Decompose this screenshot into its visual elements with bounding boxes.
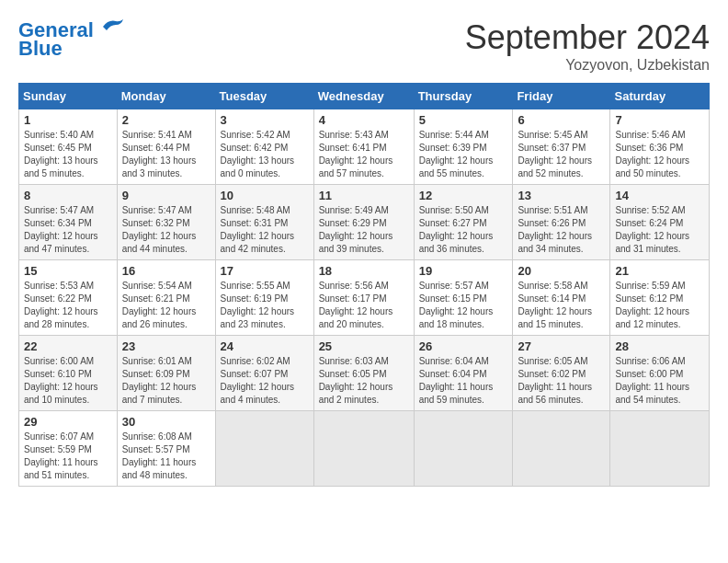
day-detail: Sunrise: 5:40 AMSunset: 6:45 PMDaylight:… (24, 130, 98, 178)
day-number: 26 (419, 339, 508, 353)
day-detail: Sunrise: 5:50 AMSunset: 6:27 PMDaylight:… (419, 205, 494, 254)
location-text: Yozyovon, Uzbekistan (465, 57, 710, 74)
calendar-header-row: Sunday Monday Tuesday Wednesday Thursday… (19, 84, 710, 109)
day-detail: Sunrise: 6:01 AMSunset: 6:09 PMDaylight:… (122, 356, 197, 405)
day-detail: Sunrise: 5:44 AMSunset: 6:39 PMDaylight:… (419, 130, 494, 178)
day-number: 5 (419, 113, 508, 127)
calendar-cell: 9 Sunrise: 5:47 AMSunset: 6:32 PMDayligh… (117, 185, 215, 260)
day-number: 7 (615, 113, 704, 127)
day-detail: Sunrise: 6:00 AMSunset: 6:10 PMDaylight:… (24, 356, 98, 405)
day-number: 22 (24, 339, 112, 353)
week-row-3: 15 Sunrise: 5:53 AMSunset: 6:22 PMDaylig… (19, 260, 710, 336)
calendar-cell: 7 Sunrise: 5:46 AMSunset: 6:36 PMDayligh… (610, 109, 710, 185)
day-detail: Sunrise: 5:56 AMSunset: 6:17 PMDaylight:… (319, 281, 393, 329)
header-thursday: Thursday (414, 84, 513, 109)
title-section: September 2024 Yozyovon, Uzbekistan (465, 18, 710, 74)
day-number: 4 (319, 113, 409, 127)
day-detail: Sunrise: 5:49 AMSunset: 6:29 PMDaylight:… (319, 205, 393, 254)
day-number: 15 (24, 264, 112, 278)
day-number: 30 (122, 415, 210, 429)
calendar-table: Sunday Monday Tuesday Wednesday Thursday… (18, 83, 710, 487)
calendar-cell: 19 Sunrise: 5:57 AMSunset: 6:15 PMDaylig… (414, 260, 513, 336)
day-number: 9 (122, 189, 210, 202)
day-detail: Sunrise: 5:41 AMSunset: 6:44 PMDaylight:… (122, 130, 197, 178)
calendar-cell: 8 Sunrise: 5:47 AMSunset: 6:34 PMDayligh… (19, 185, 118, 260)
calendar-cell: 24 Sunrise: 6:02 AMSunset: 6:07 PMDaylig… (215, 336, 313, 411)
calendar-cell: 28 Sunrise: 6:06 AMSunset: 6:00 PMDaylig… (610, 336, 710, 411)
week-row-4: 22 Sunrise: 6:00 AMSunset: 6:10 PMDaylig… (19, 336, 710, 411)
day-number: 19 (419, 264, 508, 278)
calendar-cell: 17 Sunrise: 5:55 AMSunset: 6:19 PMDaylig… (215, 260, 313, 336)
calendar-cell: 29 Sunrise: 6:07 AMSunset: 5:59 PMDaylig… (19, 411, 118, 487)
week-row-1: 1 Sunrise: 5:40 AMSunset: 6:45 PMDayligh… (19, 109, 710, 185)
calendar-cell: 16 Sunrise: 5:54 AMSunset: 6:21 PMDaylig… (117, 260, 215, 336)
calendar-cell: 23 Sunrise: 6:01 AMSunset: 6:09 PMDaylig… (117, 336, 215, 411)
calendar-cell: 6 Sunrise: 5:45 AMSunset: 6:37 PMDayligh… (513, 109, 610, 185)
day-number: 12 (419, 189, 508, 202)
calendar-cell: 14 Sunrise: 5:52 AMSunset: 6:24 PMDaylig… (610, 185, 710, 260)
calendar-cell: 15 Sunrise: 5:53 AMSunset: 6:22 PMDaylig… (19, 260, 118, 336)
day-number: 10 (221, 189, 309, 202)
day-number: 20 (518, 264, 605, 278)
page-header: General Blue September 2024 Yozyovon, Uz… (18, 18, 710, 74)
day-detail: Sunrise: 5:55 AMSunset: 6:19 PMDaylight:… (221, 281, 295, 329)
day-number: 28 (615, 339, 704, 353)
header-tuesday: Tuesday (215, 84, 313, 109)
day-detail: Sunrise: 6:06 AMSunset: 6:00 PMDaylight:… (615, 356, 689, 405)
day-number: 3 (221, 113, 309, 127)
calendar-cell: 3 Sunrise: 5:42 AMSunset: 6:42 PMDayligh… (215, 109, 313, 185)
calendar-cell: 20 Sunrise: 5:58 AMSunset: 6:14 PMDaylig… (513, 260, 610, 336)
day-detail: Sunrise: 6:04 AMSunset: 6:04 PMDaylight:… (419, 356, 494, 405)
week-row-5: 29 Sunrise: 6:07 AMSunset: 5:59 PMDaylig… (19, 411, 710, 487)
header-friday: Friday (513, 84, 610, 109)
calendar-cell: 4 Sunrise: 5:43 AMSunset: 6:41 PMDayligh… (313, 109, 414, 185)
day-detail: Sunrise: 6:05 AMSunset: 6:02 PMDaylight:… (518, 356, 592, 405)
day-detail: Sunrise: 6:03 AMSunset: 6:05 PMDaylight:… (319, 356, 393, 405)
day-detail: Sunrise: 5:51 AMSunset: 6:26 PMDaylight:… (518, 205, 592, 254)
header-saturday: Saturday (610, 84, 710, 109)
calendar-cell: 13 Sunrise: 5:51 AMSunset: 6:26 PMDaylig… (513, 185, 610, 260)
day-number: 13 (518, 189, 605, 202)
calendar-cell: 22 Sunrise: 6:00 AMSunset: 6:10 PMDaylig… (19, 336, 118, 411)
day-detail: Sunrise: 5:47 AMSunset: 6:34 PMDaylight:… (24, 205, 98, 254)
day-detail: Sunrise: 5:58 AMSunset: 6:14 PMDaylight:… (518, 281, 592, 329)
calendar-cell: 25 Sunrise: 6:03 AMSunset: 6:05 PMDaylig… (313, 336, 414, 411)
calendar-cell: 30 Sunrise: 6:08 AMSunset: 5:57 PMDaylig… (117, 411, 215, 487)
day-detail: Sunrise: 5:53 AMSunset: 6:22 PMDaylight:… (24, 281, 98, 329)
day-detail: Sunrise: 5:45 AMSunset: 6:37 PMDaylight:… (518, 130, 592, 178)
day-number: 23 (122, 339, 210, 353)
day-number: 16 (122, 264, 210, 278)
logo-text-blue: Blue (18, 37, 63, 61)
month-title: September 2024 (465, 18, 710, 57)
day-detail: Sunrise: 5:48 AMSunset: 6:31 PMDaylight:… (221, 205, 295, 254)
day-detail: Sunrise: 5:43 AMSunset: 6:41 PMDaylight:… (319, 130, 393, 178)
day-detail: Sunrise: 5:47 AMSunset: 6:32 PMDaylight:… (122, 205, 197, 254)
calendar-cell: 18 Sunrise: 5:56 AMSunset: 6:17 PMDaylig… (313, 260, 414, 336)
day-number: 25 (319, 339, 409, 353)
calendar-cell: 10 Sunrise: 5:48 AMSunset: 6:31 PMDaylig… (215, 185, 313, 260)
calendar-cell: 27 Sunrise: 6:05 AMSunset: 6:02 PMDaylig… (513, 336, 610, 411)
day-number: 18 (319, 264, 409, 278)
day-detail: Sunrise: 5:54 AMSunset: 6:21 PMDaylight:… (122, 281, 197, 329)
day-number: 24 (221, 339, 309, 353)
calendar-cell: 2 Sunrise: 5:41 AMSunset: 6:44 PMDayligh… (117, 109, 215, 185)
calendar-cell (414, 411, 513, 487)
day-number: 27 (518, 339, 605, 353)
day-detail: Sunrise: 5:42 AMSunset: 6:42 PMDaylight:… (221, 130, 295, 178)
calendar-cell (610, 411, 710, 487)
day-detail: Sunrise: 5:52 AMSunset: 6:24 PMDaylight:… (615, 205, 689, 254)
header-sunday: Sunday (19, 84, 118, 109)
day-detail: Sunrise: 5:46 AMSunset: 6:36 PMDaylight:… (615, 130, 689, 178)
day-number: 29 (24, 415, 112, 429)
header-monday: Monday (117, 84, 215, 109)
day-detail: Sunrise: 5:57 AMSunset: 6:15 PMDaylight:… (419, 281, 494, 329)
header-wednesday: Wednesday (313, 84, 414, 109)
week-row-2: 8 Sunrise: 5:47 AMSunset: 6:34 PMDayligh… (19, 185, 710, 260)
calendar-cell: 11 Sunrise: 5:49 AMSunset: 6:29 PMDaylig… (313, 185, 414, 260)
day-detail: Sunrise: 6:02 AMSunset: 6:07 PMDaylight:… (221, 356, 295, 405)
calendar-cell (313, 411, 414, 487)
day-number: 17 (221, 264, 309, 278)
day-number: 14 (615, 189, 704, 202)
day-number: 2 (122, 113, 210, 127)
day-number: 6 (518, 113, 605, 127)
